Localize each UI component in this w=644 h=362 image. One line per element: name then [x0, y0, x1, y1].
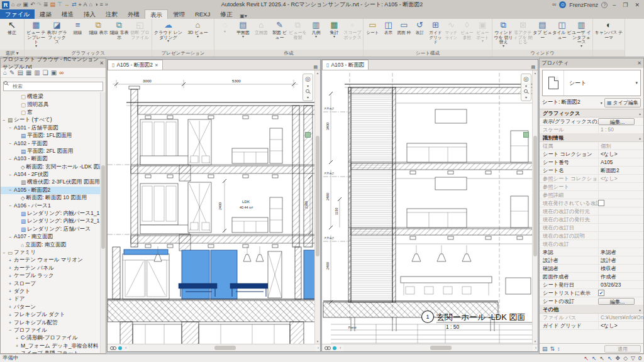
- property-row[interactable]: 参照詳細: [540, 191, 643, 199]
- filter-icon[interactable]: [631, 355, 635, 361]
- browser-tree-item[interactable]: 構造梁: [1, 93, 106, 101]
- ribbon-button[interactable]: ▾: [216, 19, 234, 50]
- property-value[interactable]: [598, 200, 604, 206]
- second-floor-furniture[interactable]: [407, 177, 528, 228]
- property-row[interactable]: ファイル パス C:¥Users¥info¥OneDriv...: [540, 314, 643, 322]
- view-list-icon[interactable]: [311, 65, 320, 70]
- view-cube-icon[interactable]: [305, 132, 311, 138]
- tree-expander-icon[interactable]: +: [9, 313, 14, 317]
- section-drawing-a105[interactable]: 3000 5300: [108, 70, 320, 344]
- browser-tree-item[interactable]: + フレキシブル配管: [1, 319, 106, 326]
- tree-expander-icon[interactable]: +: [9, 289, 14, 293]
- browser-tree-item[interactable]: − A101 - 店舗平面図: [1, 124, 106, 132]
- first-floor-furniture[interactable]: [401, 245, 531, 295]
- property-value[interactable]: [598, 183, 643, 190]
- measure-icon[interactable]: [64, 1, 70, 8]
- view-tab[interactable]: A103 - 断面図: [322, 60, 369, 70]
- browser-tree-item[interactable]: レンダリング: 内観パース1_1: [1, 210, 106, 217]
- browser-scrollbar[interactable]: [100, 92, 106, 353]
- property-value[interactable]: [598, 232, 643, 239]
- signed-in-user[interactable]: FrenzFrenz: [569, 2, 598, 8]
- browser-tree-item[interactable]: − ファミリ: [1, 249, 106, 256]
- hatched-shaft[interactable]: [348, 87, 396, 302]
- edit-type-button[interactable]: タイプ編集: [604, 98, 641, 107]
- select-by-face-icon[interactable]: [608, 355, 613, 361]
- tree-expander-icon[interactable]: +: [9, 258, 14, 263]
- tree-expander-icon[interactable]: −: [9, 141, 14, 146]
- ribbon-button[interactable]: 製図 ビュー: [270, 19, 289, 50]
- property-row[interactable]: 従属 個別: [540, 142, 643, 150]
- top-dimension-string[interactable]: 3000 5300: [113, 79, 298, 88]
- section-drawing-a103[interactable]: 天井高さ 天井高さ 天井高さ 3400 2480 1150 2400: [322, 70, 538, 344]
- property-row[interactable]: 参照シート: [540, 183, 643, 191]
- browser-tree-item[interactable]: + フレキシブル ダクト: [1, 311, 106, 319]
- property-value[interactable]: 承認者: [598, 248, 643, 256]
- select-pinned-icon[interactable]: [600, 355, 605, 361]
- browser-sheets-icon[interactable]: [34, 69, 40, 76]
- view-cube-icon[interactable]: [523, 132, 529, 138]
- ribbon-tab[interactable]: 修正: [215, 9, 237, 19]
- third-floor-furniture[interactable]: [407, 109, 528, 162]
- property-row[interactable]: 参照シート コレクション <なし>: [540, 175, 643, 183]
- ribbon-button[interactable]: キャンバス テーマ: [594, 19, 623, 50]
- property-value[interactable]: 1 : 50: [598, 126, 643, 133]
- property-value[interactable]: 断面図2: [598, 167, 643, 174]
- view-tab-active[interactable]: A105 - 断面図2: [108, 60, 163, 70]
- sort-descending-icon[interactable]: [557, 346, 560, 352]
- tree-expander-icon[interactable]: −: [3, 251, 8, 255]
- thin-lines-icon[interactable]: [99, 1, 103, 8]
- instance-selector[interactable]: シート: 断面図2: [542, 99, 599, 106]
- chevron-down-icon[interactable]: [601, 101, 602, 105]
- property-value[interactable]: <なし>: [598, 322, 643, 329]
- property-value[interactable]: [598, 240, 643, 248]
- browser-tree-item[interactable]: 断面図: 玄関ーホール -LDK 図面: [1, 163, 106, 171]
- vertical-scrollbar[interactable]: [314, 70, 320, 344]
- property-value[interactable]: [598, 207, 643, 215]
- ribbon-tab[interactable]: REXJ: [190, 9, 215, 19]
- drawing-canvas-a105[interactable]: 3000 5300: [108, 70, 320, 344]
- ribbon-button[interactable]: ビューを 複製: [289, 19, 307, 50]
- browser-tree-item[interactable]: − シート (すべて): [1, 116, 106, 124]
- horizontal-scrollbar[interactable]: [343, 344, 532, 351]
- properties-help-icon[interactable]: [542, 346, 548, 352]
- property-value[interactable]: [598, 224, 643, 231]
- print-icon[interactable]: [43, 1, 48, 8]
- text-icon[interactable]: [84, 1, 87, 8]
- ribbon-button[interactable]: 平面図 ▾: [234, 19, 252, 50]
- levels-and-dimensions[interactable]: 天井高さ 天井高さ 天井高さ 3400 2480 1150 2400: [323, 92, 351, 304]
- browser-tree-item[interactable]: 窓: [1, 109, 106, 116]
- ribbon-tab[interactable]: 構造: [57, 9, 79, 19]
- ribbon-tab[interactable]: 挿入: [79, 9, 101, 19]
- first-floor-interior[interactable]: [123, 246, 318, 299]
- browser-tree-item[interactable]: 平面図: 1FL図面用: [1, 132, 106, 140]
- property-row[interactable]: シート番号 A105: [540, 158, 643, 167]
- horizontal-scrollbar[interactable]: [129, 344, 314, 351]
- browser-tree-item[interactable]: − A103 - 断面図: [1, 155, 106, 163]
- undo-icon[interactable]: [30, 1, 35, 8]
- browser-tree-item[interactable]: + ケーブル ラック: [1, 272, 106, 280]
- browser-tree-item[interactable]: − A106 - パース1: [1, 202, 106, 209]
- second-floor-interior[interactable]: LDK 40.44 m² 2400 2380: [140, 175, 312, 234]
- ribbon-button[interactable]: 非アクティブを 閉じる: [513, 19, 533, 50]
- property-value[interactable]: 03/26/23: [598, 281, 643, 288]
- property-value[interactable]: 編集...: [598, 118, 635, 125]
- select-links-icon[interactable]: [584, 355, 589, 361]
- property-value[interactable]: 設計者: [598, 256, 643, 264]
- browser-tree-item[interactable]: 照明器具: [1, 101, 106, 108]
- type-selector[interactable]: シート: [542, 70, 641, 96]
- browser-tree-item[interactable]: + ダクト: [1, 288, 106, 295]
- browser-tree-item[interactable]: レンダリング: 内観パース2_1: [1, 217, 106, 225]
- temporary-hide-isolate-icon[interactable]: [118, 346, 122, 350]
- exclude-options-icon[interactable]: [623, 355, 628, 361]
- property-value[interactable]: 編集...: [598, 298, 635, 305]
- property-value[interactable]: 個別: [598, 142, 643, 150]
- browser-tree-item[interactable]: 構造伏図: 2-3FL伏図用 図面用: [1, 178, 106, 186]
- property-row[interactable]: スケール 1 : 50: [540, 126, 643, 134]
- property-row[interactable]: 現在の改訂の説明: [540, 232, 643, 240]
- save-icon[interactable]: [23, 1, 28, 8]
- ribbon-button[interactable]: ウィンドウを 切り替え ▾: [494, 19, 513, 50]
- tree-expander-icon[interactable]: +: [9, 282, 14, 286]
- close-button[interactable]: [633, 2, 641, 8]
- property-value[interactable]: A105: [598, 158, 643, 166]
- browser-schedules-icon[interactable]: [26, 69, 31, 76]
